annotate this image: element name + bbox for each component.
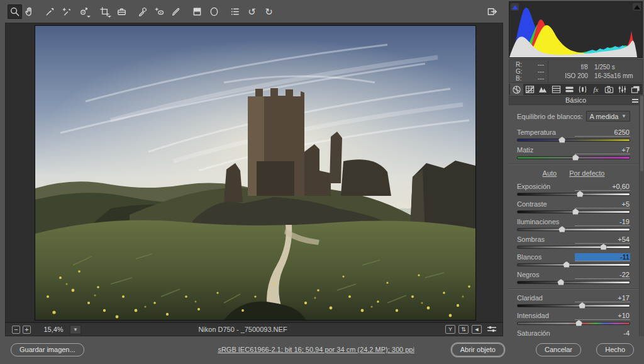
- slider-track[interactable]: [517, 228, 630, 231]
- save-image-button[interactable]: Guardar imagen...: [11, 343, 84, 356]
- spot-removal-tool[interactable]: [135, 4, 150, 19]
- slider-track[interactable]: [517, 139, 630, 142]
- preview-preferences-button[interactable]: [485, 325, 499, 334]
- slider-value-field[interactable]: +54: [575, 236, 630, 244]
- slider-thumb[interactable]: [572, 208, 579, 215]
- rotate-right-tool[interactable]: ↻: [262, 4, 276, 19]
- aperture-value: f/8: [555, 64, 588, 71]
- auto-link[interactable]: Auto: [543, 169, 557, 177]
- tab-detail[interactable]: [536, 84, 550, 95]
- open-object-button[interactable]: Abrir objeto: [452, 343, 504, 356]
- cancel-button[interactable]: Cancelar: [536, 343, 581, 356]
- slider-thumb[interactable]: [558, 137, 565, 143]
- slider-value-field[interactable]: -19: [575, 218, 630, 226]
- tab-camera-calibration[interactable]: [602, 84, 616, 95]
- slider-value-field[interactable]: +10: [575, 312, 630, 320]
- slider-thumb[interactable]: [577, 191, 584, 197]
- slider-blancos: Blancos-11: [517, 253, 630, 266]
- preferences-tool[interactable]: [228, 4, 242, 19]
- slider-track[interactable]: [517, 263, 630, 266]
- tab-hsl-grayscale[interactable]: [550, 84, 563, 95]
- crop-tool[interactable]: [97, 4, 112, 19]
- slider-value-field[interactable]: +5: [575, 200, 630, 208]
- tab-tone-curve[interactable]: [523, 84, 536, 95]
- zoom-level-dropdown[interactable]: ▼: [70, 325, 81, 334]
- slider-thumb[interactable]: [579, 302, 586, 309]
- slider-thumb[interactable]: [557, 279, 564, 285]
- workflow-options-link[interactable]: sRGB IEC61966-2.1; bit 16; 50,94 por 34 …: [218, 346, 414, 353]
- zoom-tool[interactable]: [8, 4, 22, 19]
- castle-photo-rendering: [35, 26, 475, 320]
- white-balance-tool[interactable]: [43, 4, 57, 19]
- rotate-ccw-icon: ↺: [248, 7, 256, 16]
- done-button[interactable]: Hecho: [596, 343, 634, 356]
- slider-track[interactable]: [517, 193, 630, 196]
- targeted-adjustment-tool[interactable]: [77, 4, 91, 19]
- straighten-tool[interactable]: [114, 4, 129, 19]
- slider-label: Iluminaciones: [517, 218, 559, 225]
- slider-value-field[interactable]: -22: [575, 271, 630, 279]
- zoom-out-button[interactable]: −: [12, 326, 20, 334]
- rgb-readout: R:--- G:--- B:---: [509, 60, 548, 82]
- slider-label: Contraste: [517, 200, 547, 208]
- slider-thumb[interactable]: [575, 320, 582, 326]
- red-eye-icon: [153, 6, 165, 18]
- slider-track[interactable]: [517, 322, 630, 325]
- slider-track[interactable]: [517, 246, 630, 249]
- slider-track[interactable]: [517, 304, 630, 307]
- slider-value-field[interactable]: +0,60: [575, 183, 630, 191]
- preview-photo[interactable]: [35, 25, 476, 321]
- slider-track[interactable]: [517, 156, 630, 159]
- zoom-in-button[interactable]: +: [23, 326, 31, 334]
- slider-thumb[interactable]: [558, 226, 565, 232]
- tab-basic[interactable]: [510, 84, 523, 95]
- white-balance-select[interactable]: A medida ▼: [586, 111, 630, 122]
- dropdown-indicator: [108, 16, 111, 18]
- default-link[interactable]: Por defecto: [569, 169, 604, 177]
- white-balance-value: A medida: [590, 113, 619, 120]
- rotate-left-tool[interactable]: ↺: [245, 4, 259, 19]
- exif-readout: R:--- G:--- B:--- f/8 1/250 s ISO 200 16…: [509, 59, 643, 83]
- zoom-level-value[interactable]: 15,4%: [37, 326, 70, 333]
- panel-header: Básico: [509, 96, 643, 105]
- histogram-plot: [509, 2, 642, 57]
- red-eye-tool[interactable]: [152, 4, 167, 19]
- before-after-toggle-button[interactable]: Y: [445, 325, 455, 334]
- color-sampler-icon: [61, 6, 73, 18]
- color-sampler-tool[interactable]: [60, 4, 74, 19]
- slider-temperatura: Temperatura6250: [517, 128, 630, 142]
- slider-value-field[interactable]: -11: [575, 253, 630, 261]
- g-value: ---: [538, 68, 544, 75]
- copy-settings-button[interactable]: ◄: [472, 325, 482, 334]
- swap-before-after-button[interactable]: ⇅: [458, 325, 469, 334]
- slider-value-field[interactable]: +17: [575, 294, 630, 302]
- chevron-down-icon: ▼: [621, 113, 626, 119]
- highlight-clipping-toggle[interactable]: [633, 3, 641, 11]
- tab-split-toning[interactable]: [563, 84, 576, 95]
- adjustment-brush-tool[interactable]: [169, 4, 184, 19]
- tab-effects[interactable]: fx: [589, 84, 602, 95]
- slider-value-field[interactable]: 6250: [575, 128, 630, 137]
- chevron-down-icon: ▼: [73, 327, 78, 333]
- panel-menu-icon[interactable]: [632, 99, 638, 103]
- tab-presets[interactable]: [616, 84, 629, 95]
- slider-label: Negros: [517, 271, 539, 278]
- tab-snapshots[interactable]: [629, 84, 642, 95]
- slider-thumb[interactable]: [600, 244, 607, 250]
- shot-settings: f/8 1/250 s ISO 200 16-35a16 mm: [548, 60, 642, 82]
- slider-value-field[interactable]: +7: [575, 146, 630, 154]
- slider-track[interactable]: [517, 281, 630, 284]
- toggle-fullscreen-button[interactable]: [485, 4, 499, 19]
- gradient-icon: [191, 6, 203, 18]
- panel-scrollbar[interactable]: [639, 94, 644, 337]
- tab-lens-corrections[interactable]: [576, 84, 589, 95]
- hand-tool[interactable]: [22, 4, 36, 19]
- radial-filter-tool[interactable]: [207, 4, 221, 19]
- shadow-clipping-toggle[interactable]: [511, 3, 519, 11]
- split-bars-icon: [565, 85, 574, 94]
- slider-track[interactable]: [517, 210, 630, 213]
- graduated-filter-tool[interactable]: [190, 4, 204, 19]
- slider-thumb[interactable]: [572, 154, 579, 161]
- slider-thumb[interactable]: [563, 261, 570, 268]
- scrollbar-thumb[interactable]: [640, 96, 643, 171]
